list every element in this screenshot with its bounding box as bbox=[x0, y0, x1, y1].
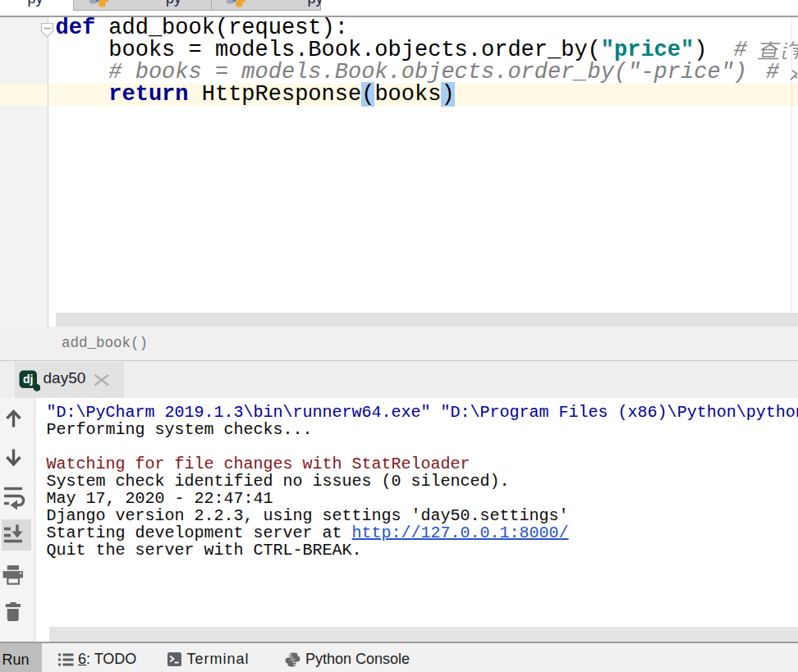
svg-text:dj: dj bbox=[23, 373, 33, 386]
